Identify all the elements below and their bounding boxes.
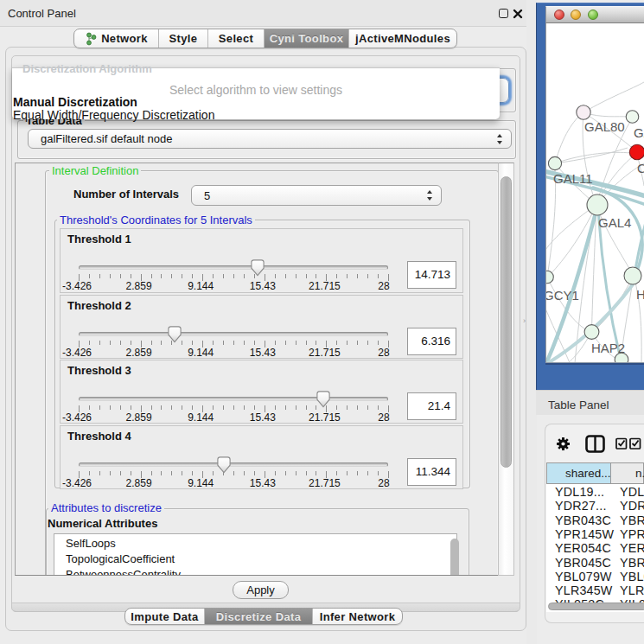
svg-text:GCY1: GCY1 [545, 288, 579, 303]
svg-text:HAP2: HAP2 [591, 341, 625, 355]
svg-text:GAL4: GAL4 [598, 215, 631, 230]
svg-text:GAL11: GAL11 [553, 171, 593, 186]
svg-text:C: C [637, 161, 644, 175]
svg-text:GAL80: GAL80 [584, 119, 625, 134]
svg-text:GA: GA [634, 125, 644, 140]
svg-text:H: H [636, 287, 644, 302]
